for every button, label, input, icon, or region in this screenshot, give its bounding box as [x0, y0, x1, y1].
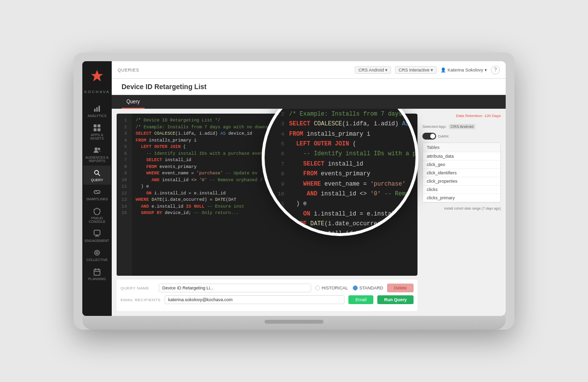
dark-mode-toggle[interactable] [422, 133, 436, 140]
email-recipients-label: EMAIL RECIPIENTS [121, 298, 161, 302]
screen: KOCHAVA ANALYTICS APPS & ASSETS AUDIENCE… [82, 61, 506, 316]
kochava-logo-icon [90, 69, 104, 83]
top-bar: QUERIES CRS Android ▾ CRS Interactive ▾ … [112, 61, 506, 79]
sidebar-item-query-label: QUERY [91, 178, 103, 182]
sidebar-item-planning[interactable]: PLANNING [83, 264, 111, 284]
svg-rect-1 [94, 109, 96, 112]
smartlinks-icon [93, 188, 101, 196]
table-item-click-properties[interactable]: click_properties [423, 177, 500, 186]
selected-app-section: Selected App: CRS Android [422, 121, 501, 130]
query-icon [93, 168, 101, 177]
query-name-label: QUERY NAME [121, 286, 155, 290]
svg-rect-3 [98, 106, 100, 112]
svg-point-10 [95, 170, 98, 174]
table-item-click-geo[interactable]: click_geo [423, 161, 500, 169]
svg-rect-12 [94, 230, 100, 235]
sidebar-item-engagement-label: ENGAGEMENT [85, 239, 109, 242]
logo [87, 66, 107, 86]
sidebar-item-fraud-label: FRAUD CONSOLE [84, 216, 110, 223]
sidebar-item-audiences[interactable]: AUDIENCES & REPORTS [83, 143, 111, 166]
tab-query[interactable]: Query [122, 95, 145, 109]
page-body: 1/* Device ID Retargeting List */ 2/* Ex… [112, 109, 506, 316]
laptop-base [82, 316, 506, 330]
historical-radio[interactable]: HISTORICAL [315, 286, 348, 290]
selected-app-value: CRS Android [449, 124, 475, 129]
query-name-row: QUERY NAME HISTORICAL STANDARD [121, 284, 414, 292]
query-name-input[interactable] [159, 284, 311, 292]
sidebar: KOCHAVA ANALYTICS APPS & ASSETS AUDIENCE… [82, 61, 112, 316]
table-item-clicks[interactable]: clicks [423, 186, 500, 194]
sidebar-item-apps-label: APPS & ASSETS [84, 133, 110, 140]
svg-rect-4 [94, 124, 97, 127]
chevron-down-icon: ▾ [431, 68, 433, 72]
engagement-icon [93, 229, 101, 238]
chevron-down-icon: ▾ [485, 68, 487, 72]
svg-point-13 [95, 250, 99, 255]
svg-point-14 [96, 252, 98, 254]
sidebar-item-fraud[interactable]: FRAUD CONSOLE [83, 204, 111, 226]
apps-icon [93, 123, 101, 132]
email-recipients-input[interactable] [165, 295, 345, 304]
dark-mode-toggle-container: DARK [422, 133, 501, 140]
svg-marker-0 [91, 70, 103, 81]
svg-rect-7 [98, 128, 100, 131]
sidebar-item-apps[interactable]: APPS & ASSETS [83, 120, 111, 143]
run-query-button[interactable]: Run Query [377, 295, 414, 304]
line-numbers: 12345 678910 1112131415 [117, 114, 132, 276]
kochava-wordmark: KOCHAVA [84, 90, 110, 94]
laptop-frame: KOCHAVA ANALYTICS APPS & ASSETS AUDIENCE… [74, 52, 514, 330]
sidebar-item-engagement[interactable]: ENGAGEMENT [83, 226, 111, 245]
chevron-down-icon: ▾ [385, 68, 388, 72]
breadcrumb: QUERIES [118, 68, 139, 72]
user-icon: 👤 [441, 68, 446, 72]
crs-interactive-dropdown[interactable]: CRS Interactive ▾ [395, 66, 437, 74]
table-item-clicks-primary[interactable]: clicks_primary [423, 194, 500, 202]
standard-radio-dot [353, 286, 358, 290]
tables-section: Tables attributa_data click_geo click_id… [422, 143, 501, 203]
email-row: EMAIL RECIPIENTS Email Run Query [121, 295, 414, 304]
fraud-icon [93, 207, 101, 215]
svg-point-9 [98, 148, 100, 150]
svg-line-11 [98, 174, 100, 176]
collective-icon [93, 248, 101, 257]
planning-icon [93, 267, 101, 276]
page-title: Device ID Retargeting List [122, 83, 207, 91]
table-item-attributa[interactable]: attributa_data [423, 152, 500, 161]
radio-group: HISTORICAL STANDARD [315, 286, 383, 290]
sidebar-item-audiences-label: AUDIENCES & REPORTS [84, 156, 110, 163]
sidebar-item-analytics[interactable]: ANALYTICS [83, 101, 111, 120]
dark-mode-label: DARK [438, 134, 449, 139]
table-item-click-identifiers[interactable]: click_identifiers [423, 169, 500, 177]
historical-radio-dot [315, 286, 320, 290]
query-form: QUERY NAME HISTORICAL STANDARD [117, 280, 417, 311]
help-button[interactable]: ? [491, 66, 500, 74]
analytics-icon [93, 104, 101, 113]
sidebar-item-query[interactable]: QUERY [83, 166, 111, 185]
sub-nav: Query [112, 95, 506, 109]
user-menu[interactable]: 👤 Katerina Sokolovy ▾ [441, 68, 487, 72]
svg-point-8 [95, 147, 98, 150]
svg-rect-6 [94, 128, 97, 131]
sidebar-item-smartlinks-label: SMARTLINKS [86, 197, 108, 201]
selected-app-label: Selected App: [422, 124, 446, 129]
email-button[interactable]: Email [348, 295, 373, 304]
standard-label: STANDARD [359, 286, 383, 290]
standard-radio[interactable]: STANDARD [353, 286, 383, 290]
audiences-icon [93, 146, 101, 155]
sidebar-item-analytics-label: ANALYTICS [88, 114, 106, 118]
retention-text: Data Retention: 120 Days [422, 114, 501, 118]
top-bar-right: CRS Android ▾ CRS Interactive ▾ 👤 Kateri… [355, 66, 500, 74]
sidebar-item-smartlinks[interactable]: SMARTLINKS [83, 185, 111, 204]
code-content: /* Device ID Retargeting List */ /* Exam… [132, 114, 280, 276]
svg-rect-15 [94, 269, 100, 275]
crs-android-dropdown[interactable]: CRS Android ▾ [355, 66, 391, 74]
delete-button[interactable]: Delete [387, 284, 414, 292]
right-sidebar: Data Retention: 120 Days Selected App: C… [422, 114, 501, 311]
tables-header: Tables [423, 143, 500, 152]
sidebar-item-collective-label: COLLECTIVE [86, 258, 108, 262]
historical-label: HISTORICAL [321, 286, 348, 290]
sidebar-item-planning-label: PLANNING [88, 277, 106, 281]
sidebar-item-collective[interactable]: COLLECTIVE [83, 245, 111, 264]
svg-rect-2 [97, 107, 98, 112]
svg-rect-5 [98, 124, 100, 127]
